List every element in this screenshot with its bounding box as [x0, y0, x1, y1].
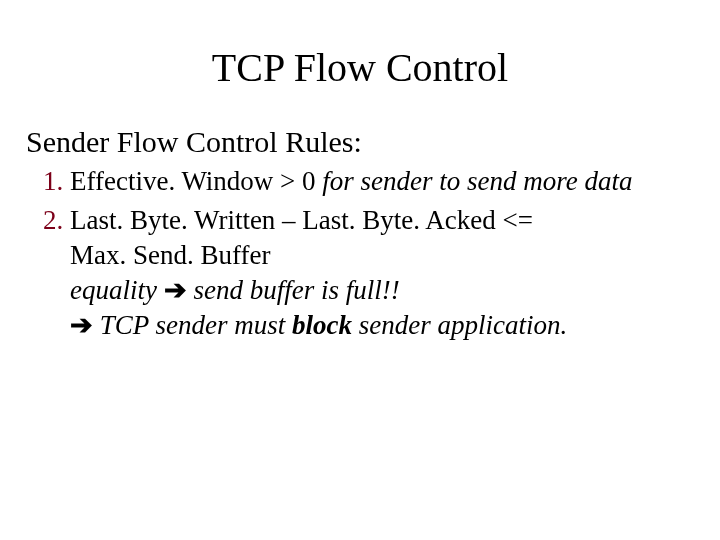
- rule-2-line1b: Max. Send. Buffer: [70, 239, 680, 272]
- rule-2-equality: equality: [70, 275, 164, 305]
- rule-item-1: Effective. Window > 0 for sender to send…: [70, 165, 680, 198]
- arrow-icon: ➔: [70, 310, 93, 340]
- rule-2-line3: ➔ TCP sender must block sender applicati…: [70, 309, 680, 342]
- rule-item-2: Last. Byte. Written – Last. Byte. Acked …: [70, 204, 680, 342]
- rule-2-line3a: TCP sender must: [93, 310, 292, 340]
- slide-subtitle: Sender Flow Control Rules:: [26, 125, 720, 159]
- rule-2-line3b: sender application.: [352, 310, 567, 340]
- slide-title: TCP Flow Control: [0, 44, 720, 91]
- rules-list: Effective. Window > 0 for sender to send…: [42, 165, 680, 342]
- rule-2-block-word: block: [292, 310, 352, 340]
- slide: TCP Flow Control Sender Flow Control Rul…: [0, 44, 720, 540]
- rule-1-rest: for sender to send more data: [316, 166, 633, 196]
- arrow-icon: ➔: [164, 275, 187, 305]
- rule-2-buffer-full: send buffer is full!!: [187, 275, 400, 305]
- rule-1-condition: Effective. Window > 0: [70, 166, 316, 196]
- rule-2-line1a: Last. Byte. Written – Last. Byte. Acked …: [70, 205, 533, 235]
- rule-2-line2: equality ➔ send buffer is full!!: [70, 274, 680, 307]
